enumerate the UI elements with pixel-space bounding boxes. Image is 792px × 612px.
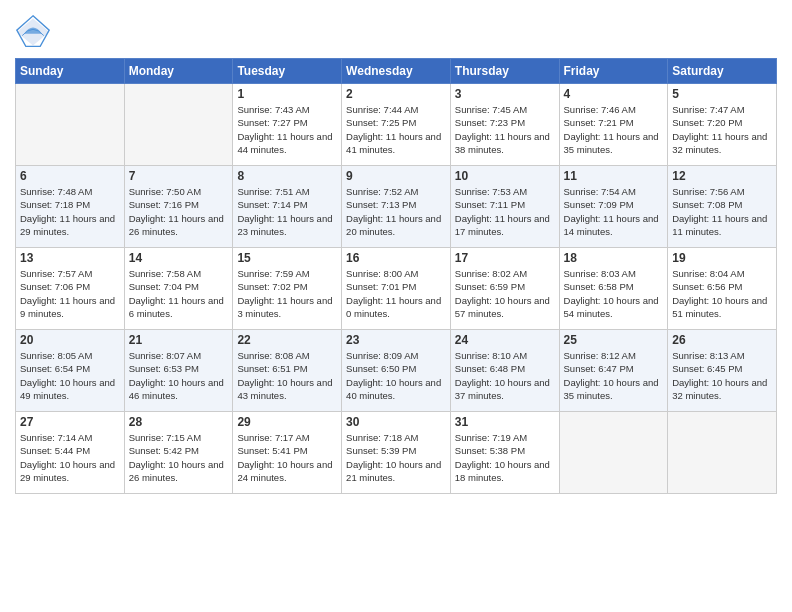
day-number: 17: [455, 251, 555, 265]
day-cell: 12Sunrise: 7:56 AMSunset: 7:08 PMDayligh…: [668, 166, 777, 248]
day-cell: 2Sunrise: 7:44 AMSunset: 7:25 PMDaylight…: [342, 84, 451, 166]
cell-content: Sunrise: 7:51 AMSunset: 7:14 PMDaylight:…: [237, 185, 337, 238]
cell-content: Sunrise: 7:14 AMSunset: 5:44 PMDaylight:…: [20, 431, 120, 484]
day-number: 28: [129, 415, 229, 429]
week-row-5: 27Sunrise: 7:14 AMSunset: 5:44 PMDayligh…: [16, 412, 777, 494]
day-cell: 17Sunrise: 8:02 AMSunset: 6:59 PMDayligh…: [450, 248, 559, 330]
day-cell: 24Sunrise: 8:10 AMSunset: 6:48 PMDayligh…: [450, 330, 559, 412]
cell-content: Sunrise: 7:43 AMSunset: 7:27 PMDaylight:…: [237, 103, 337, 156]
day-cell: 22Sunrise: 8:08 AMSunset: 6:51 PMDayligh…: [233, 330, 342, 412]
day-cell: 3Sunrise: 7:45 AMSunset: 7:23 PMDaylight…: [450, 84, 559, 166]
week-row-2: 6Sunrise: 7:48 AMSunset: 7:18 PMDaylight…: [16, 166, 777, 248]
day-number: 1: [237, 87, 337, 101]
day-cell: 28Sunrise: 7:15 AMSunset: 5:42 PMDayligh…: [124, 412, 233, 494]
day-number: 13: [20, 251, 120, 265]
cell-content: Sunrise: 7:44 AMSunset: 7:25 PMDaylight:…: [346, 103, 446, 156]
day-cell: 11Sunrise: 7:54 AMSunset: 7:09 PMDayligh…: [559, 166, 668, 248]
day-cell: 7Sunrise: 7:50 AMSunset: 7:16 PMDaylight…: [124, 166, 233, 248]
day-cell: 10Sunrise: 7:53 AMSunset: 7:11 PMDayligh…: [450, 166, 559, 248]
calendar-table: SundayMondayTuesdayWednesdayThursdayFrid…: [15, 58, 777, 494]
day-cell: 9Sunrise: 7:52 AMSunset: 7:13 PMDaylight…: [342, 166, 451, 248]
cell-content: Sunrise: 7:48 AMSunset: 7:18 PMDaylight:…: [20, 185, 120, 238]
day-number: 23: [346, 333, 446, 347]
day-header-sunday: Sunday: [16, 59, 125, 84]
day-number: 24: [455, 333, 555, 347]
day-cell: 25Sunrise: 8:12 AMSunset: 6:47 PMDayligh…: [559, 330, 668, 412]
day-cell: 31Sunrise: 7:19 AMSunset: 5:38 PMDayligh…: [450, 412, 559, 494]
cell-content: Sunrise: 8:03 AMSunset: 6:58 PMDaylight:…: [564, 267, 664, 320]
cell-content: Sunrise: 7:59 AMSunset: 7:02 PMDaylight:…: [237, 267, 337, 320]
day-cell: 19Sunrise: 8:04 AMSunset: 6:56 PMDayligh…: [668, 248, 777, 330]
page-header: [15, 10, 777, 50]
cell-content: Sunrise: 7:47 AMSunset: 7:20 PMDaylight:…: [672, 103, 772, 156]
cell-content: Sunrise: 8:07 AMSunset: 6:53 PMDaylight:…: [129, 349, 229, 402]
cell-content: Sunrise: 8:13 AMSunset: 6:45 PMDaylight:…: [672, 349, 772, 402]
day-number: 11: [564, 169, 664, 183]
header-row: SundayMondayTuesdayWednesdayThursdayFrid…: [16, 59, 777, 84]
cell-content: Sunrise: 8:05 AMSunset: 6:54 PMDaylight:…: [20, 349, 120, 402]
day-number: 18: [564, 251, 664, 265]
day-cell: 4Sunrise: 7:46 AMSunset: 7:21 PMDaylight…: [559, 84, 668, 166]
cell-content: Sunrise: 7:50 AMSunset: 7:16 PMDaylight:…: [129, 185, 229, 238]
logo: [15, 14, 53, 50]
cell-content: Sunrise: 7:15 AMSunset: 5:42 PMDaylight:…: [129, 431, 229, 484]
day-number: 12: [672, 169, 772, 183]
day-cell: 14Sunrise: 7:58 AMSunset: 7:04 PMDayligh…: [124, 248, 233, 330]
cell-content: Sunrise: 8:00 AMSunset: 7:01 PMDaylight:…: [346, 267, 446, 320]
cell-content: Sunrise: 7:58 AMSunset: 7:04 PMDaylight:…: [129, 267, 229, 320]
day-number: 29: [237, 415, 337, 429]
day-cell: [559, 412, 668, 494]
day-number: 31: [455, 415, 555, 429]
day-cell: 16Sunrise: 8:00 AMSunset: 7:01 PMDayligh…: [342, 248, 451, 330]
day-header-monday: Monday: [124, 59, 233, 84]
day-cell: 21Sunrise: 8:07 AMSunset: 6:53 PMDayligh…: [124, 330, 233, 412]
day-number: 3: [455, 87, 555, 101]
day-header-tuesday: Tuesday: [233, 59, 342, 84]
cell-content: Sunrise: 7:45 AMSunset: 7:23 PMDaylight:…: [455, 103, 555, 156]
day-header-wednesday: Wednesday: [342, 59, 451, 84]
day-cell: 8Sunrise: 7:51 AMSunset: 7:14 PMDaylight…: [233, 166, 342, 248]
day-cell: 30Sunrise: 7:18 AMSunset: 5:39 PMDayligh…: [342, 412, 451, 494]
day-header-thursday: Thursday: [450, 59, 559, 84]
cell-content: Sunrise: 8:12 AMSunset: 6:47 PMDaylight:…: [564, 349, 664, 402]
day-cell: 23Sunrise: 8:09 AMSunset: 6:50 PMDayligh…: [342, 330, 451, 412]
day-number: 20: [20, 333, 120, 347]
day-cell: 29Sunrise: 7:17 AMSunset: 5:41 PMDayligh…: [233, 412, 342, 494]
day-cell: 27Sunrise: 7:14 AMSunset: 5:44 PMDayligh…: [16, 412, 125, 494]
day-number: 9: [346, 169, 446, 183]
cell-content: Sunrise: 8:08 AMSunset: 6:51 PMDaylight:…: [237, 349, 337, 402]
day-cell: 13Sunrise: 7:57 AMSunset: 7:06 PMDayligh…: [16, 248, 125, 330]
day-cell: 1Sunrise: 7:43 AMSunset: 7:27 PMDaylight…: [233, 84, 342, 166]
day-number: 8: [237, 169, 337, 183]
day-cell: [16, 84, 125, 166]
day-cell: 6Sunrise: 7:48 AMSunset: 7:18 PMDaylight…: [16, 166, 125, 248]
cell-content: Sunrise: 7:53 AMSunset: 7:11 PMDaylight:…: [455, 185, 555, 238]
day-number: 21: [129, 333, 229, 347]
day-number: 22: [237, 333, 337, 347]
week-row-1: 1Sunrise: 7:43 AMSunset: 7:27 PMDaylight…: [16, 84, 777, 166]
day-number: 27: [20, 415, 120, 429]
page-container: SundayMondayTuesdayWednesdayThursdayFrid…: [0, 0, 792, 509]
logo-icon: [15, 14, 51, 50]
day-number: 10: [455, 169, 555, 183]
day-header-saturday: Saturday: [668, 59, 777, 84]
day-number: 4: [564, 87, 664, 101]
day-cell: 5Sunrise: 7:47 AMSunset: 7:20 PMDaylight…: [668, 84, 777, 166]
day-number: 25: [564, 333, 664, 347]
cell-content: Sunrise: 7:57 AMSunset: 7:06 PMDaylight:…: [20, 267, 120, 320]
day-cell: 15Sunrise: 7:59 AMSunset: 7:02 PMDayligh…: [233, 248, 342, 330]
cell-content: Sunrise: 7:54 AMSunset: 7:09 PMDaylight:…: [564, 185, 664, 238]
cell-content: Sunrise: 8:02 AMSunset: 6:59 PMDaylight:…: [455, 267, 555, 320]
day-number: 6: [20, 169, 120, 183]
cell-content: Sunrise: 7:52 AMSunset: 7:13 PMDaylight:…: [346, 185, 446, 238]
cell-content: Sunrise: 8:04 AMSunset: 6:56 PMDaylight:…: [672, 267, 772, 320]
day-number: 7: [129, 169, 229, 183]
cell-content: Sunrise: 7:18 AMSunset: 5:39 PMDaylight:…: [346, 431, 446, 484]
day-header-friday: Friday: [559, 59, 668, 84]
cell-content: Sunrise: 7:56 AMSunset: 7:08 PMDaylight:…: [672, 185, 772, 238]
day-number: 2: [346, 87, 446, 101]
day-number: 30: [346, 415, 446, 429]
day-cell: 18Sunrise: 8:03 AMSunset: 6:58 PMDayligh…: [559, 248, 668, 330]
day-number: 15: [237, 251, 337, 265]
day-cell: [668, 412, 777, 494]
